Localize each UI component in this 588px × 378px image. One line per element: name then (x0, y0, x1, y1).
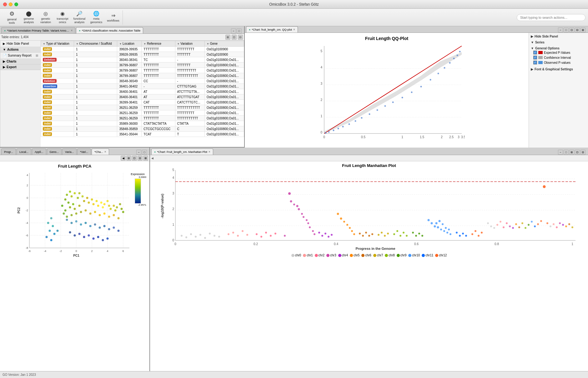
svg-point-269 (540, 220, 542, 222)
appli-tab[interactable]: Appli... (32, 149, 46, 155)
gwas-tab[interactable]: ● *GWAS classification results: Associat… (76, 27, 143, 33)
col-chr[interactable]: ▼ Chromosome / Scaffold (74, 41, 117, 47)
table-row[interactable]: Deletion 1 36548-36549 CC - Os01g0100800… (41, 78, 244, 84)
cell-gene: Os01g0100800;Os01... (204, 116, 244, 121)
col-type[interactable]: ▼ Type of Variation (41, 41, 74, 47)
qq-plot-panel: ● *Chart: fruit_length_cm. QQ-plot × − □… (245, 26, 588, 147)
table-ctrl-1[interactable]: ⊞ (225, 35, 230, 40)
data-table-container[interactable]: ▼ Type of Variation ▼ Chromosome / Scaff… (41, 41, 244, 147)
font-settings-header[interactable]: ▶ Font & Graphical Settings (531, 68, 586, 71)
table-row[interactable]: Deletion 1 38340-38341 TC - Os01g0100800… (41, 57, 244, 63)
local-tab[interactable]: Local... (17, 149, 31, 155)
chart-tab[interactable]: *Cha... × (92, 149, 109, 155)
col-loc[interactable]: ▼ Location (117, 41, 142, 47)
svg-point-106 (63, 213, 65, 215)
maximize-button[interactable] (14, 3, 18, 6)
prog-tab[interactable]: Progr... (1, 149, 16, 155)
workflows-button[interactable]: ⇒ workflows (105, 10, 121, 25)
svg-point-188 (284, 235, 286, 237)
table-row[interactable]: indel 1 35848-35859 CTCGCTGCCCGC C Os01g… (41, 126, 244, 132)
table-row[interactable]: indel 1 35641-35644 TCAT T Os01g0100800;… (41, 132, 244, 137)
table-row[interactable]: indel 1 39928-39935 TTTTTTTT TTTTTTTTT O… (41, 47, 244, 52)
functional-analysis-button[interactable]: 🔎 functionalanalysis (71, 10, 88, 25)
man-max-btn[interactable]: □ (564, 150, 569, 155)
minimize-panel-btn[interactable]: − (231, 28, 236, 33)
series-header[interactable]: ▼ Series (531, 41, 586, 44)
pca-min-btn[interactable]: − (136, 150, 141, 155)
table-entries-count: Table entries: 1,404 (1, 35, 28, 39)
qq-ctrl2-btn[interactable]: ⊟ (575, 28, 580, 33)
svg-point-89 (88, 202, 90, 204)
col-var[interactable]: ▼ Variation (175, 41, 204, 47)
hide-side-panel-btn[interactable]: ▶ Hide Side Panel (0, 41, 41, 47)
search-input[interactable] (517, 14, 585, 21)
table-row[interactable]: indel 1 36399-36401 CAT CATCTTTGTC... Os… (41, 100, 244, 105)
qq-max-btn[interactable]: □ (564, 28, 569, 33)
svg-point-205 (331, 234, 333, 236)
pca-ctrl1[interactable]: ◀ (121, 156, 126, 161)
varia2-tab[interactable]: *Vari... (77, 149, 91, 155)
cell-type: indel (41, 110, 74, 116)
pca-ctrl5[interactable]: ⊠ (143, 156, 148, 161)
actions-section[interactable]: ▼ Actions (0, 47, 41, 53)
svg-point-27 (355, 120, 356, 122)
table-row[interactable]: Insertion 1 36401-36402 - CTTTGTGAG Os01… (41, 84, 244, 89)
col-ref[interactable]: ▼ Reference (142, 41, 175, 47)
varia-tab[interactable]: Varia... (62, 149, 77, 155)
hide-side-panel-btn[interactable]: ▶ Hide Side Panel (531, 35, 586, 38)
general-tools-button[interactable]: ⚙ generaltools (4, 10, 20, 25)
qq-min-btn[interactable]: − (558, 28, 563, 33)
qq-ctrl-btn[interactable]: ⊡ (569, 28, 574, 33)
pca-ctrl2[interactable]: ⊞ (126, 156, 131, 161)
table-ctrl-3[interactable]: ⊟ (238, 35, 243, 40)
man-ctrl1[interactable]: ⊞ (569, 150, 574, 155)
man-ctrl3[interactable]: ⊟ (580, 150, 585, 155)
chr11-legend: chr11 (422, 254, 433, 257)
genetic-variation-button[interactable]: ◎ geneticvariation (38, 10, 54, 25)
expected-pvalues-checkbox[interactable]: ✓ (533, 51, 537, 54)
table-ctrl-2[interactable]: ⊡ (232, 35, 237, 40)
close-chart-tab[interactable]: × (104, 150, 106, 154)
pca-max-btn[interactable]: □ (142, 150, 147, 155)
pca-ctrl3[interactable]: ⊡ (132, 156, 137, 161)
close-manhattan-tab[interactable]: × (209, 150, 210, 154)
qq-plot-tab[interactable]: ● *Chart: fruit_length_cm. QQ-plot × (246, 26, 298, 33)
svg-text:5: 5 (320, 49, 322, 53)
man-ctrl2[interactable]: ⊡ (575, 150, 580, 155)
col-gene[interactable]: ▼ Gene (204, 41, 244, 47)
man-min-btn[interactable]: − (558, 150, 563, 155)
svg-point-211 (351, 230, 353, 232)
general-options-header[interactable]: ▼ General Options (531, 47, 586, 50)
hide-side-panel-section: ▶ Hide Side Panel (531, 35, 586, 38)
maximize-panel-btn[interactable]: □ (237, 28, 242, 33)
observed-pvalues-checkbox[interactable]: ✓ (533, 61, 537, 64)
close-button[interactable] (3, 3, 7, 6)
table-row[interactable]: indel 1 36251-36259 TTTTTTTT TTTTTTTTT O… (41, 110, 244, 116)
table-row[interactable]: indel 1 35989-36000 CTATTACTATTA CTATTA … (41, 121, 244, 126)
cell-type: Insertion (41, 84, 74, 89)
summary-report-btn[interactable]: 📄 Summary Report ⊞ (0, 53, 41, 59)
table-row[interactable]: indel 1 36799-36807 TTTTTTTT TTTTTTTTTTT… (41, 73, 244, 78)
table-row[interactable]: indel 1 36400-36401 AT ATCTTTGTGAT Os01g… (41, 94, 244, 100)
minimize-button[interactable] (9, 3, 13, 6)
table-row[interactable]: indel 1 36799-36807 TTTTTTTT TTTTTTTTTT … (41, 68, 244, 73)
confidence-interval-checkbox[interactable]: ✓ (533, 56, 537, 59)
genome-analysis-button[interactable]: ⬤ genomeanalysis (21, 10, 37, 25)
variant-annotation-tab[interactable]: ● *Variant Annotation Primary Table: Var… (1, 27, 75, 33)
close-qq-tab[interactable]: × (293, 28, 295, 31)
manhattan-tab[interactable]: ● *Chart: Fruit_length_cm. Manhattan Plo… (151, 149, 213, 155)
table-row[interactable]: indel 1 36251-36259 TTTTTTTT TTTTTTTTTTT… (41, 116, 244, 121)
svg-text:0: 0 (75, 249, 77, 253)
pca-ctrl4[interactable]: ⊟ (138, 156, 143, 161)
close-variant-tab[interactable]: × (71, 29, 73, 32)
transcript-omics-button[interactable]: ◉ transcriptomics (54, 10, 71, 25)
table-row[interactable]: indel 1 39928-39935 TTTTTTTT TTTTTTT Os0… (41, 52, 244, 57)
meta-genomics-button[interactable]: 🌐 metagenomics (88, 10, 104, 25)
export-section[interactable]: ▶ Export (0, 64, 41, 70)
geno-tab[interactable]: Geno... (47, 149, 62, 155)
table-row[interactable]: indel 1 36799-36807 TTTTTTTT TTTTTTT Os0… (41, 63, 244, 68)
qq-ctrl3-btn[interactable]: ⊞ (580, 28, 585, 33)
table-row[interactable]: indel 1 36251-36259 TTTTTTTT TTTTTTTTTTT… (41, 105, 244, 110)
table-row[interactable]: indel 1 36400-36401 AT ATCTTTGTTA... Os0… (41, 89, 244, 94)
charts-section[interactable]: ▶ Charts (0, 59, 41, 64)
